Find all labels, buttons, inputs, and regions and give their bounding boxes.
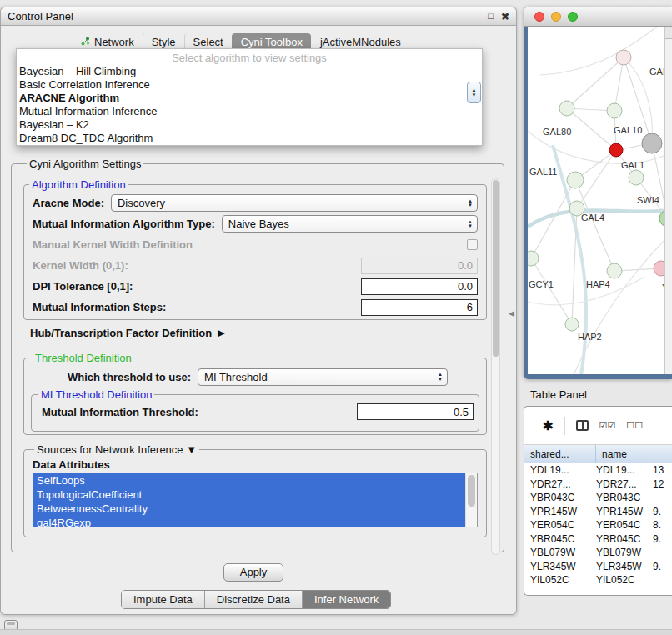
bottom-tab-discretize-data[interactable]: Discretize Data [204, 591, 302, 608]
network-node[interactable] [565, 318, 579, 331]
bottom-tabs: Impute DataDiscretize DataInfer Network [121, 590, 391, 609]
dpi-tolerance-input[interactable]: 0.0 [361, 278, 478, 295]
network-node[interactable] [607, 103, 622, 118]
network-node[interactable] [616, 50, 631, 65]
algorithm-option-dream8-dc-tdc-algorithm[interactable]: Dream8 DC_TDC Algorithm [17, 132, 482, 145]
network-node[interactable] [528, 251, 539, 266]
algorithm-option-aracne-algorithm[interactable]: ARACNE Algorithm [17, 92, 482, 105]
zoom-traffic-light[interactable] [568, 12, 578, 22]
table-cell: YIL052C [596, 574, 649, 586]
panel-collapse-arrow[interactable]: ◀ [509, 309, 514, 318]
table-row[interactable]: YBR043CYBR043C [524, 491, 672, 505]
manual-kernel-checkbox[interactable] [467, 239, 478, 250]
columns-icon[interactable] [576, 420, 589, 431]
network-node[interactable] [567, 172, 584, 188]
table-row[interactable]: YDR27...YDR27...12 [524, 478, 672, 492]
table-cell: YBR043C [596, 492, 649, 503]
data-attributes-list: SelfLoopsTopologicalCoefficientBetweenne… [33, 472, 478, 528]
mi-threshold-label: Mutual Information Threshold: [42, 406, 198, 418]
attribute-item[interactable]: gal4RGexp [33, 516, 465, 528]
apply-button[interactable]: Apply [223, 563, 283, 582]
float-window-icon[interactable]: □ [488, 12, 494, 21]
table-cell: YLR345W [524, 561, 596, 572]
which-threshold-value: MI Threshold [204, 371, 268, 383]
column-header[interactable]: name [596, 445, 649, 462]
close-icon[interactable]: ✖ [501, 12, 509, 22]
network-node-label: GCY1 [529, 279, 554, 289]
column-header[interactable] [649, 445, 672, 462]
network-canvas[interactable]: GALGAL80GAL10GAL11GAL1SWI4GAL4GCY1HAP4YH… [528, 27, 672, 374]
threshold-definition-title: Threshold Definition [33, 352, 134, 364]
dpi-tolerance-row: DPI Tolerance [0,1]: 0.0 [26, 276, 479, 297]
which-threshold-select[interactable]: MI Threshold ▲▼ [198, 368, 448, 386]
bottom-tab-infer-network[interactable]: Infer Network [302, 591, 390, 608]
settings-scrollbar[interactable] [491, 178, 500, 555]
algorithm-combo-spinner[interactable]: ▲ ▼ [467, 82, 481, 103]
table-cell: 13 [649, 464, 672, 476]
algorithm-option-bayesian-hill-climbing[interactable]: Bayesian – Hill Climbing [17, 65, 482, 78]
spinner-down-icon: ▼ [472, 92, 477, 98]
table-row[interactable]: YLR345WYLR345W9. [524, 560, 672, 574]
table-cell: YDR27... [524, 478, 596, 490]
network-node-label: GAL11 [529, 167, 557, 177]
table-row[interactable]: YIL052CYIL052C [524, 573, 672, 588]
deselect-all-icon[interactable]: ☐☐ [626, 420, 643, 431]
table-cell: 9. [649, 506, 672, 518]
close-traffic-light[interactable] [534, 12, 544, 22]
algorithm-dropdown-popup: Select algorithm to view settings Bayesi… [16, 48, 483, 146]
algorithm-option-bayesian-k2[interactable]: Bayesian – K2 [17, 118, 482, 132]
network-node[interactable] [607, 263, 622, 278]
attributes-scrollbar-thumb[interactable] [468, 475, 475, 507]
hub-section-toggle[interactable]: Hub/Transcription Factor Definition ▶ [23, 322, 487, 343]
attributes-scrollbar[interactable] [465, 473, 477, 527]
algorithm-option-mutual-information-inference[interactable]: Mutual Information Inference [17, 105, 482, 118]
attribute-item[interactable]: SelfLoops [33, 473, 465, 488]
network-node[interactable] [642, 133, 662, 153]
network-node-label: GAL10 [614, 125, 642, 135]
network-node[interactable] [654, 261, 664, 276]
column-header[interactable]: shared... [524, 445, 596, 462]
table-row[interactable]: YER054CYER054C8. [524, 518, 672, 532]
attribute-item[interactable]: BetweennessCentrality [33, 502, 465, 516]
network-scrollbar[interactable] [664, 27, 672, 374]
attribute-item[interactable]: TopologicalCoefficient [33, 488, 465, 502]
table-row[interactable]: YPR145WYPR145W9. [524, 505, 672, 519]
table-body: YDL19...YDL19...13YDR27...YDR27...12YBR0… [524, 463, 672, 588]
kernel-width-label: Kernel Width (0,1): [33, 259, 128, 272]
mi-threshold-input[interactable]: 0.5 [357, 403, 474, 420]
table-header: shared...name [524, 445, 672, 463]
bottom-tab-impute-data[interactable]: Impute Data [122, 591, 204, 608]
network-node[interactable] [629, 170, 644, 185]
table-cell: 8. [649, 519, 672, 531]
gear-icon[interactable]: ✱ [543, 418, 554, 433]
algorithm-definition-title: Algorithm Definition [29, 178, 128, 191]
mi-steps-input[interactable]: 6 [361, 299, 478, 316]
table-cell: YIL052C [524, 574, 596, 586]
scroll-up-button[interactable] [665, 27, 672, 39]
network-view-window: GALGAL80GAL10GAL11GAL1SWI4GAL4GCY1HAP4YH… [524, 7, 672, 379]
settings-scrollbar-thumb[interactable] [493, 180, 499, 357]
algorithm-option-basic-correlation-inference[interactable]: Basic Correlation Inference [17, 78, 482, 92]
select-all-icon[interactable]: ☑☑ [599, 420, 616, 431]
aracne-mode-value: Discovery [118, 197, 165, 209]
sources-group: Sources for Network Inference ▼ Data Att… [23, 443, 487, 538]
network-svg[interactable]: GALGAL80GAL10GAL11GAL1SWI4GAL4GCY1HAP4YH… [528, 27, 664, 374]
network-window-titlebar[interactable] [524, 7, 672, 27]
aracne-mode-select[interactable]: Discovery ▲▼ [111, 194, 478, 212]
control-panel-titlebar[interactable]: Control Panel □ ✖ [1, 8, 516, 26]
table-row[interactable]: YBL079WYBL079W [524, 546, 672, 560]
mi-threshold-row: Mutual Information Threshold: 0.5 [35, 401, 475, 422]
table-cell: YBL079W [524, 547, 596, 558]
toolbar-divider [564, 417, 565, 435]
network-node[interactable] [609, 143, 623, 157]
network-edge [540, 27, 657, 75]
chevron-right-icon: ▶ [218, 328, 224, 338]
which-threshold-row: Which threshold to use: MI Threshold ▲▼ [29, 366, 481, 388]
minimize-traffic-light[interactable] [551, 12, 561, 22]
sources-toggle[interactable]: Sources for Network Inference ▼ [34, 443, 199, 456]
network-node[interactable] [559, 101, 574, 116]
mi-algorithm-type-select[interactable]: Naive Bayes ▲▼ [222, 215, 478, 232]
table-cell: YDL19... [524, 464, 596, 476]
table-row[interactable]: YBR045CYBR045C9. [524, 532, 672, 547]
table-row[interactable]: YDL19...YDL19...13 [524, 463, 672, 478]
